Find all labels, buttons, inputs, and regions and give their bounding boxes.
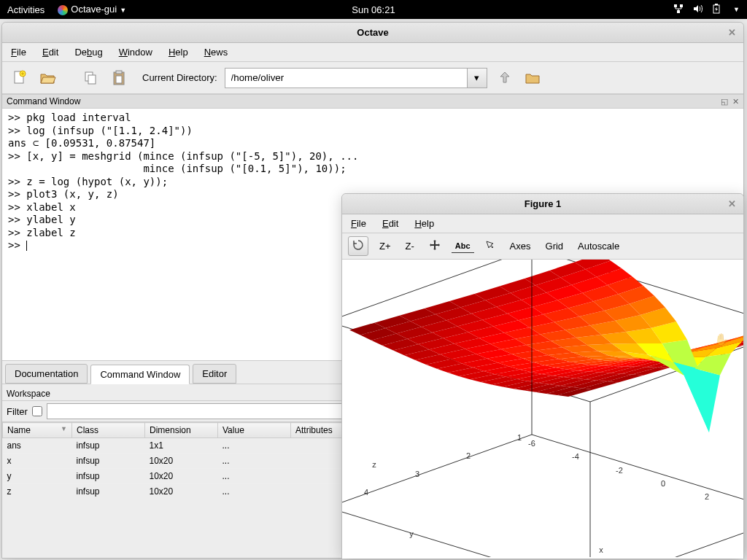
svg-text:2: 2 [466, 451, 471, 460]
menu-debug[interactable]: Debug [74, 47, 102, 58]
figure-toolbar: Z+ Z- Abc Axes Grid Autoscale [342, 233, 743, 260]
svg-rect-8 [88, 75, 96, 84]
main-toolbar: Current Directory: ▾ [2, 62, 743, 94]
svg-text:y: y [409, 529, 414, 538]
svg-rect-0 [674, 4, 677, 7]
figure-window: Figure 1 ✕ File Edit Help Z+ Z- Abc Axes… [341, 193, 744, 558]
tab-editor[interactable]: Editor [193, 364, 236, 384]
col-dimension[interactable]: Dimension [145, 423, 218, 438]
curdir-dropdown[interactable]: ▾ [467, 68, 487, 88]
tab-documentation[interactable]: Documentation [5, 364, 88, 384]
col-name[interactable]: Name▼ [3, 423, 72, 438]
svg-text:-4: -4 [572, 452, 579, 461]
text-icon[interactable]: Abc [452, 239, 474, 253]
figure-titlebar: Figure 1 ✕ [342, 194, 743, 214]
main-titlebar: Octave ✕ [2, 23, 743, 43]
svg-rect-4 [715, 4, 718, 5]
zoom-in-button[interactable]: Z+ [376, 238, 395, 254]
autoscale-button[interactable]: Autoscale [574, 238, 623, 254]
svg-text:2: 2 [705, 492, 709, 501]
system-menu-arrow[interactable]: ▼ [733, 6, 740, 13]
tab-command-window[interactable]: Command Window [90, 365, 190, 384]
paste-icon[interactable] [109, 68, 129, 88]
up-dir-icon[interactable] [495, 68, 515, 88]
filter-checkbox[interactable] [32, 406, 42, 416]
close-icon[interactable]: ✕ [728, 27, 736, 38]
svg-marker-209 [739, 326, 743, 338]
app-menu[interactable]: Octave-gui▼ [58, 4, 126, 15]
svg-marker-199 [684, 368, 720, 432]
col-class[interactable]: Class [72, 423, 145, 438]
col-value[interactable]: Value [218, 423, 291, 438]
pan-icon[interactable] [425, 237, 444, 255]
svg-text:-6: -6 [528, 439, 535, 448]
svg-text:✋: ✋ [714, 332, 729, 346]
open-folder-icon[interactable] [37, 68, 58, 88]
svg-text:x: x [599, 545, 603, 554]
svg-rect-1 [680, 4, 683, 7]
svg-line-221 [342, 508, 590, 557]
volume-icon[interactable] [692, 4, 703, 16]
menu-window[interactable]: Window [119, 47, 152, 58]
svg-text:z: z [372, 460, 376, 469]
battery-icon[interactable] [711, 4, 721, 16]
gnome-topbar: Activities Octave-gui▼ Sun 06:21 ▼ [0, 0, 747, 19]
fig-menu-file[interactable]: File [351, 218, 366, 229]
svg-rect-11 [116, 76, 122, 83]
new-file-icon[interactable] [9, 68, 30, 88]
svg-line-220 [590, 515, 743, 557]
curdir-label: Current Directory: [142, 72, 217, 83]
activities-button[interactable]: Activities [7, 4, 44, 15]
clock[interactable]: Sun 06:21 [352, 4, 395, 15]
figure-close-icon[interactable]: ✕ [728, 198, 736, 209]
network-icon[interactable] [673, 4, 684, 16]
fig-menu-edit[interactable]: Edit [382, 218, 398, 229]
browse-folder-icon[interactable] [522, 68, 543, 88]
copy-icon[interactable] [81, 68, 101, 88]
figure-title: Figure 1 [525, 198, 562, 209]
menu-file[interactable]: File [11, 47, 26, 58]
svg-text:-2: -2 [616, 466, 623, 475]
grid-button[interactable]: Grid [542, 238, 568, 254]
fig-menu-help[interactable]: Help [414, 218, 434, 229]
svg-text:0: 0 [661, 479, 665, 488]
menu-help[interactable]: Help [169, 47, 188, 58]
svg-line-218 [532, 435, 743, 515]
curdir-input[interactable] [225, 68, 467, 88]
svg-rect-2 [677, 10, 680, 13]
window-title: Octave [357, 27, 388, 38]
svg-text:1: 1 [517, 433, 522, 442]
cmdwin-panel-title: Command Window ◱✕ [2, 94, 743, 109]
axes-button[interactable]: Axes [506, 238, 535, 254]
panel-close-icon[interactable]: ✕ [732, 97, 739, 106]
svg-text:3: 3 [415, 470, 419, 478]
zoom-out-button[interactable]: Z- [402, 238, 418, 254]
plot-area[interactable]: -3-2-1012z12345y-6-4-20246x✋ [342, 260, 743, 559]
menu-edit[interactable]: Edit [42, 47, 58, 58]
menu-news[interactable]: News [204, 47, 228, 58]
svg-line-219 [342, 435, 532, 508]
rotate-icon[interactable] [348, 236, 368, 256]
svg-text:4: 4 [364, 488, 368, 497]
panel-undock-icon[interactable]: ◱ [721, 97, 728, 106]
svg-rect-10 [116, 71, 122, 74]
main-menubar: File Edit Debug Window Help News [2, 43, 743, 62]
figure-menubar: File Edit Help [342, 214, 743, 233]
octave-icon [58, 5, 68, 15]
select-icon[interactable] [481, 238, 499, 254]
